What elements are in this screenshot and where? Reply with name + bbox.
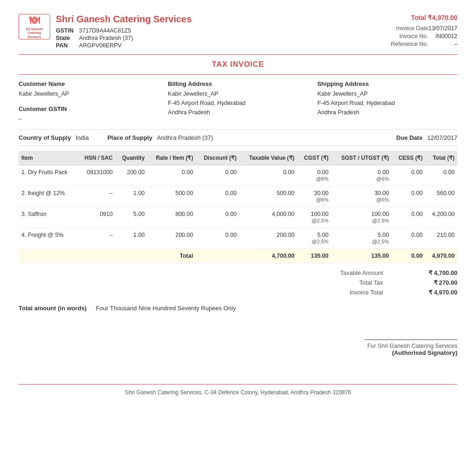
place-value: Andhra Pradesh (37) (157, 134, 213, 141)
item-cess: 0.00 (392, 165, 426, 186)
company-logo: 🍽 Sri GaneshCatering Services (19, 14, 50, 39)
total-discount (196, 249, 239, 263)
shipping-address2: Andhra Pradesh (317, 108, 457, 117)
company-name: Shri Ganesh Catering Services (56, 14, 192, 25)
words-label: Total amount (in words) (19, 305, 86, 312)
item-sgst: 5.00@2.5% (331, 228, 392, 249)
customer-name-label: Customer Name (19, 80, 159, 87)
country-value: India (76, 134, 89, 141)
invoice-title: TAX INVOICE (19, 60, 457, 69)
logo-icon: 🍽 (29, 14, 40, 26)
place-label: Place of Supply (107, 134, 152, 141)
total-amount-header: Total ₹4,970.00 (377, 14, 457, 21)
gstin-label: GSTIN (56, 27, 79, 34)
cgst-rate: @2.5% (312, 239, 329, 244)
total-tax-row: Total Tax ₹ 270.00 (271, 279, 457, 286)
gstin-value: 3717D9A44AC81Z5 (79, 27, 192, 34)
footer: Shri Ganesh Catering Services, C-34 Defe… (19, 384, 457, 396)
customer-name-section: Customer Name Kabir Jewellers_AP Custome… (19, 80, 159, 124)
th-sgst: SGST / UTGST (₹) (331, 151, 392, 165)
total-tax-value: ₹ 270.00 (411, 279, 457, 286)
invoice-date-label: Invoice Date (377, 25, 428, 32)
table-row: 1. Dry Fruits Pack 08131000 200.00 0.00 … (19, 165, 457, 186)
invoice-page: 🍽 Sri GaneshCatering Services Shri Ganes… (0, 0, 476, 410)
item-rate: 0.00 (147, 165, 196, 186)
total-tax-label: Total Tax (299, 279, 383, 286)
total-taxable: 4,700.00 (239, 249, 297, 263)
item-taxable: 500.00 (239, 186, 297, 207)
item-cgst: 5.00@2.5% (298, 228, 331, 249)
item-sgst: 100.00@2.5% (331, 207, 392, 228)
customer-gstin-label: Customer GSTIN (19, 105, 159, 112)
invoice-total-row: Invoice Total ₹ 4,970.00 (271, 289, 457, 296)
invoice-meta: Invoice Date 13/07/2017 Invoice No. IN00… (377, 25, 457, 47)
item-total: 0.00 (425, 165, 457, 186)
th-cess: CESS (₹) (392, 151, 426, 165)
country-label: Country of Supply (19, 134, 71, 141)
table-body: 1. Dry Fruits Pack 08131000 200.00 0.00 … (19, 165, 457, 263)
taxable-amount-label: Taxable Amount (299, 269, 383, 276)
table-total-row: Total 4,700.00 135.00 135.00 0.00 4,970.… (19, 249, 457, 263)
due-date-label: Due Date (397, 134, 423, 141)
cgst-rate: @6% (316, 176, 329, 182)
item-sgst: 0.00@6% (331, 165, 392, 186)
sign-line (364, 339, 457, 340)
country-supply: Country of Supply India (19, 134, 89, 141)
invoice-total-value: ₹ 4,970.00 (411, 289, 457, 296)
item-number: 4. Freight @ 5% (19, 228, 77, 249)
sgst-rate: @2.5% (372, 239, 389, 244)
item-hsn: 0910 (77, 207, 115, 228)
company-info: Shri Ganesh Catering Services GSTIN 3717… (56, 14, 192, 49)
th-quantity: Quantity (115, 151, 147, 165)
shipping-address1: F-45 Airport Road, Hyderabad (317, 98, 457, 108)
th-discount: Discount (₹) (196, 151, 239, 165)
invoice-total-label: Invoice Total (299, 289, 383, 296)
customer-divider (19, 129, 457, 130)
item-rate: 800.00 (147, 207, 196, 228)
total-qty (115, 249, 147, 263)
table-row: 2. freight @ 12% – 1.00 500.00 0.00 500.… (19, 186, 457, 207)
reference-no-label: Reference No. (377, 41, 428, 47)
due-date: Due Date 12/07/2017 (397, 134, 457, 141)
total-hsn (77, 249, 115, 263)
shipping-name: Kabir Jewellers_AP (317, 89, 457, 98)
item-discount: 0.00 (196, 186, 239, 207)
item-hsn: – (77, 186, 115, 207)
table-header-row: Item HSN / SAC Quantity Rate / Item (₹) … (19, 151, 457, 165)
reference-no-value: – (428, 41, 457, 47)
item-total: 4,200.00 (425, 207, 457, 228)
place-supply: Place of Supply Andhra Pradesh (37) (107, 134, 213, 141)
shipping-label: Shipping Address (317, 80, 457, 87)
item-cess: 0.00 (392, 186, 426, 207)
words-value: Four Thousand Nine Hundred Seventy Rupee… (96, 305, 236, 312)
item-discount: 0.00 (196, 228, 239, 249)
summary-section: Taxable Amount ₹ 4,700.00 Total Tax ₹ 27… (19, 268, 457, 297)
title-divider (19, 74, 457, 75)
total-total: 4,970.00 (425, 249, 457, 263)
invoice-no-label: Invoice No. (377, 33, 428, 39)
signatory-section: For Shri Ganesh Catering Services (Autho… (19, 339, 457, 356)
item-number: 3. Saffron (19, 207, 77, 228)
header-section: 🍽 Sri GaneshCatering Services Shri Ganes… (19, 14, 457, 49)
shipping-address-section: Shipping Address Kabir Jewellers_AP F-45… (317, 80, 457, 124)
logo-text: Sri GaneshCatering Services (21, 27, 48, 39)
item-rate: 200.00 (147, 228, 196, 249)
th-item: Item (19, 151, 77, 165)
invoice-no-value: IN00012 (428, 33, 457, 39)
invoice-table: Item HSN / SAC Quantity Rate / Item (₹) … (19, 151, 457, 263)
th-cgst: CGST (₹) (298, 151, 331, 165)
item-cgst: 30.00@6% (298, 186, 331, 207)
total-sgst: 135.00 (331, 249, 392, 263)
sign-company: For Shri Ganesh Catering Services (19, 343, 457, 349)
th-hsn: HSN / SAC (77, 151, 115, 165)
total-cess: 0.00 (392, 249, 426, 263)
footer-text: Shri Ganesh Catering Services, C-34 Defe… (125, 389, 351, 396)
billing-address1: F-45 Airport Road, Hyderabad (168, 98, 308, 108)
state-label: State (56, 35, 79, 41)
table-row: 3. Saffron 0910 5.00 800.00 0.00 4,000.0… (19, 207, 457, 228)
item-cess: 0.00 (392, 228, 426, 249)
customer-section: Customer Name Kabir Jewellers_AP Custome… (19, 80, 457, 124)
item-discount: 0.00 (196, 207, 239, 228)
taxable-amount-value: ₹ 4,700.00 (411, 269, 457, 276)
header-divider (19, 54, 457, 55)
